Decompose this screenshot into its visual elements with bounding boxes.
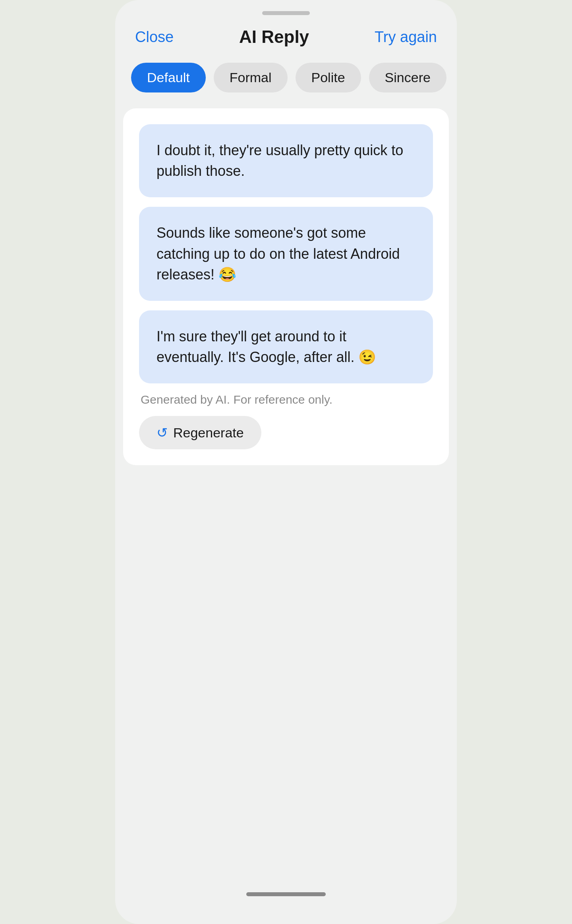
tone-pill-sincere[interactable]: Sincere <box>369 63 446 92</box>
reply-bubble-3[interactable]: I'm sure they'll get around to it eventu… <box>139 310 433 383</box>
drag-handle-top <box>262 11 310 15</box>
phone-container: Close AI Reply Try again Default Formal … <box>115 0 457 924</box>
reply-bubble-2[interactable]: Sounds like someone's got some catching … <box>139 207 433 301</box>
regenerate-label: Regenerate <box>173 425 244 441</box>
try-again-button[interactable]: Try again <box>375 29 437 46</box>
reply-text-3: I'm sure they'll get around to it eventu… <box>157 326 415 368</box>
header: Close AI Reply Try again <box>115 23 457 59</box>
ai-disclaimer: Generated by AI. For reference only. <box>139 393 433 406</box>
regenerate-button[interactable]: ↺ Regenerate <box>139 416 261 449</box>
reply-bubble-1[interactable]: I doubt it, they're usually pretty quick… <box>139 124 433 197</box>
tone-selector: Default Formal Polite Sincere <box>115 59 457 104</box>
regenerate-icon: ↺ <box>157 425 168 441</box>
page-title: AI Reply <box>239 27 309 47</box>
content-card: I doubt it, they're usually pretty quick… <box>123 108 449 465</box>
tone-pill-polite[interactable]: Polite <box>296 63 361 92</box>
reply-text-1: I doubt it, they're usually pretty quick… <box>157 140 415 181</box>
tone-pill-default[interactable]: Default <box>131 63 206 92</box>
drag-handle-bottom <box>246 892 326 896</box>
reply-text-2: Sounds like someone's got some catching … <box>157 223 415 285</box>
tone-pill-formal[interactable]: Formal <box>214 63 288 92</box>
close-button[interactable]: Close <box>135 29 174 46</box>
